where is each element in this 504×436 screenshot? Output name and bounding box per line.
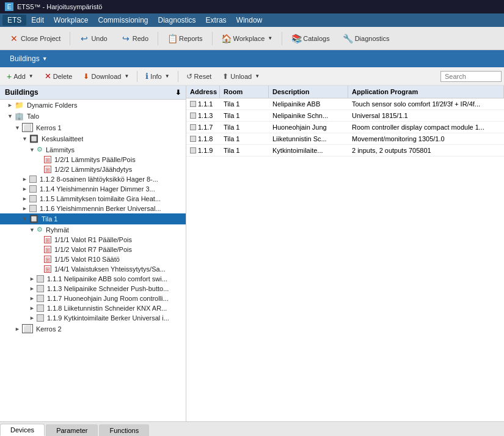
tree-item-d2[interactable]: ► 1.1.4 Yleishimennin Hager Dimmer 3... [0, 184, 186, 194]
floor-icon: ⬜ [22, 324, 33, 333]
tree-item-r1[interactable]: ⊞1/1/1 Valot R1 Päälle/Pois [0, 235, 186, 245]
col-room: Room [220, 86, 269, 98]
td-description: Huoneohjain Jung [269, 122, 348, 133]
download-button[interactable]: ⬇ Download ▼ [79, 70, 133, 83]
delete-icon: ✕ [45, 72, 51, 81]
tab-devices[interactable]: Devices [0, 424, 45, 436]
tree-item-d6[interactable]: ► 1.1.3 Nelipainike Schneider Push-butto… [0, 284, 186, 294]
action-sep1 [137, 71, 137, 82]
search-input[interactable] [440, 71, 502, 82]
unload-button[interactable]: ⬆ Unload ▼ [218, 70, 264, 83]
menu-item-edit[interactable]: Edit [26, 15, 49, 26]
app-icon: E [5, 2, 13, 11]
action-sep2 [178, 71, 178, 82]
device-icon [37, 275, 44, 283]
tree-item-ryhmat[interactable]: ▼⚙Ryhmät [0, 224, 186, 235]
toolbar: ✕ Close Project ↩ Undo ↪ Redo 📋 Reports … [0, 27, 504, 50]
td-appprogram: Movement/monitoring 1305/1.0 [348, 133, 504, 144]
add-dropdown-arrow: ▼ [29, 73, 34, 79]
table-row[interactable]: 1.1.1 Tila 1 Nelipainike ABB Touch senso… [186, 98, 504, 110]
table-header: Address Room Description Application Pro… [186, 86, 504, 98]
td-room: Tila 1 [220, 122, 269, 133]
tree-item-talo[interactable]: ▼🏢Talo [0, 111, 186, 122]
item-label: 1/4/1 Valaistuksen Yhteissytytys/Sa... [54, 265, 166, 273]
col-description: Description [269, 86, 348, 98]
item-label: 1.1.7 Huoneohjain Jung Room controlli... [47, 295, 169, 302]
tree-item-d8[interactable]: ► 1.1.8 Liiketunnistin Schneider KNX AR.… [0, 303, 186, 313]
groupitem-icon: ⊞ [44, 236, 51, 243]
td-appprogram: Touch sensor solo comfort 1f/2f/3f + IR/… [348, 98, 504, 109]
device-icon [37, 314, 44, 322]
table-row[interactable]: 1.1.7 Tila 1 Huoneohjain Jung Room contr… [186, 122, 504, 133]
item-label: Tila 1 [42, 215, 58, 223]
addr-value: 1.1.7 [198, 124, 213, 131]
addr-value: 1.1.3 [198, 112, 213, 119]
diagnostics-button[interactable]: 🔧 Diagnostics [338, 30, 395, 47]
main-content: Buildings ⬇ ►📁Dynamic Folders▼🏢Talo▼⬜Ker… [0, 86, 504, 421]
tree-item-dynamic-folders[interactable]: ►📁Dynamic Folders [0, 100, 186, 111]
tree-item-tila1[interactable]: ▼🔲Tila 1 [0, 213, 186, 224]
tab-parameter[interactable]: Parameter [46, 424, 98, 436]
menu-item-extras[interactable]: Extras [201, 15, 232, 26]
tree-item-d4[interactable]: ► 1.1.6 Yleishimmennin Berker Universal.… [0, 204, 186, 213]
titlebar: E ETS5™ - Harjoitusympäristö [0, 0, 504, 13]
item-label: Lämmitys [46, 146, 75, 153]
menu-item-ets[interactable]: ETS [2, 15, 26, 26]
menu-item-window[interactable]: Window [232, 15, 268, 26]
tree-item-keskuslaitteet[interactable]: ▼🔲Keskuslaitteet [0, 133, 186, 144]
groupitem-icon: ⊞ [44, 166, 51, 173]
close-project-icon: ✕ [9, 34, 19, 43]
menu-item-diagnostics[interactable]: Diagnostics [153, 15, 201, 26]
sep2 [158, 32, 158, 45]
reports-button[interactable]: 📋 Reports [162, 30, 208, 47]
tree-item-r3[interactable]: ⊞1/1/5 Valot R10 Säätö [0, 254, 186, 264]
reset-button[interactable]: ↺ Reset [182, 70, 216, 83]
tree-item-lammitys[interactable]: ▼⚙Lämmitys [0, 144, 186, 155]
row-device-icon [190, 124, 196, 130]
menu-item-commissioning[interactable]: Commissioning [93, 15, 153, 26]
tree-item-kerros1[interactable]: ▼⬜Kerros 1 [0, 122, 186, 133]
close-project-button[interactable]: ✕ Close Project [4, 30, 66, 47]
redo-button[interactable]: ↪ Redo [115, 30, 154, 47]
tree-item-r2[interactable]: ⊞1/1/2 Valot R7 Päälle/Pois [0, 245, 186, 254]
info-button[interactable]: ℹ Info ▼ [141, 70, 173, 83]
tree-item-g1[interactable]: ⊞1/2/1 Lämmitys Päälle/Pois [0, 155, 186, 164]
catalogs-button[interactable]: 📚 Catalogs [286, 30, 335, 47]
td-address: 1.1.3 [186, 110, 220, 121]
add-button[interactable]: + Add ▼ [2, 70, 38, 83]
undo-button[interactable]: ↩ Undo [74, 30, 112, 47]
device-icon [37, 285, 44, 292]
unload-icon: ⬆ [222, 72, 228, 81]
left-panel: Buildings ⬇ ►📁Dynamic Folders▼🏢Talo▼⬜Ker… [0, 86, 186, 421]
item-label: 1.1.9 Kytkintoimilaite Berker Universal … [47, 314, 169, 322]
buildings-nav-button[interactable]: Buildings ▼ [5, 53, 53, 65]
table-row[interactable]: 1.1.9 Tila 1 Kytkintoimilaite... 2 input… [186, 145, 504, 157]
reset-icon: ↺ [186, 72, 192, 81]
expand-arrow: ▼ [7, 113, 13, 119]
menu-item-workplace[interactable]: Workplace [49, 15, 93, 26]
tree-item-d3[interactable]: ► 1.1.5 Lämmityksen toimilaite Gira Heat… [0, 194, 186, 204]
expand-arrow: ► [29, 305, 35, 311]
tree-item-r4[interactable]: ⊞1/4/1 Valaistuksen Yhteissytytys/Sa... [0, 264, 186, 274]
info-dropdown-arrow: ▼ [165, 73, 170, 79]
groupitem-icon: ⊞ [44, 256, 51, 263]
tree-item-g2[interactable]: ⊞1/2/2 Lämmitys/Jäähdytys [0, 164, 186, 174]
device-icon [29, 176, 37, 183]
table-row[interactable]: 1.1.8 Tila 1 Liiketunnistin Sc... Moveme… [186, 133, 504, 145]
expand-arrow: ► [22, 176, 28, 182]
tree-item-d9[interactable]: ► 1.1.9 Kytkintoimilaite Berker Universa… [0, 313, 186, 323]
tree-item-d5[interactable]: ► 1.1.1 Nelipainike ABB solo comfort swi… [0, 274, 186, 284]
row-device-icon [190, 113, 196, 119]
tree-item-kerros2[interactable]: ►⬜Kerros 2 [0, 323, 186, 334]
item-label: 1.1.5 Lämmityksen toimilaite Gira Heat..… [40, 195, 161, 202]
tree-item-d7[interactable]: ► 1.1.7 Huoneohjain Jung Room controlli.… [0, 294, 186, 303]
workplace-button[interactable]: 🏠 Workplace ▼ [216, 30, 279, 47]
item-label: Keskuslaitteet [42, 135, 83, 142]
table-row[interactable]: 1.1.3 Tila 1 Nelipainike Schn... Univers… [186, 110, 504, 122]
sep1 [70, 32, 70, 45]
expand-arrow: ► [15, 326, 21, 332]
row-device-icon [190, 136, 196, 142]
tab-functions[interactable]: Functions [99, 424, 149, 436]
delete-button[interactable]: ✕ Delete [40, 70, 77, 83]
tree-item-d1[interactable]: ► 1.1.2 8-osainen lähtöyksikkö Hager 8-.… [0, 174, 186, 184]
